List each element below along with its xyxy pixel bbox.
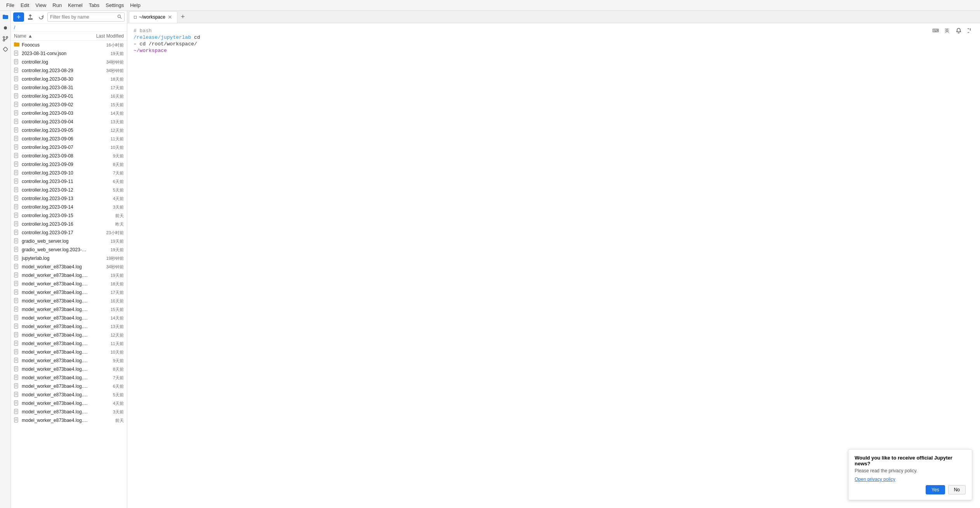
power-icon[interactable] (965, 26, 975, 36)
file-item[interactable]: model_worker_e873bae4.log.2023-09-15前天 (11, 416, 127, 425)
file-item[interactable]: model_worker_e873bae4.log.2023-09-089天前 (11, 356, 127, 365)
file-browser: + / (11, 11, 127, 508)
file-item[interactable]: controller.log.2023-09-134天前 (11, 194, 127, 203)
file-item[interactable]: gradio_web_server.log19天前 (11, 237, 127, 245)
terminal-tab-close[interactable]: ✕ (168, 14, 172, 20)
svg-rect-34 (14, 128, 18, 132)
file-item[interactable]: model_worker_e873bae4.log.2023-09-0611天前 (11, 339, 127, 348)
file-item[interactable]: controller.log.2023-09-1723小时前 (11, 228, 127, 237)
file-icon (14, 195, 20, 202)
file-item[interactable]: controller.log.2023-09-0116天前 (11, 92, 127, 100)
svg-rect-13 (14, 68, 18, 73)
main-layout: + / (0, 11, 980, 508)
file-item[interactable]: controller.log.2023-09-0512天前 (11, 126, 127, 135)
file-item[interactable]: model_worker_e873bae4.log.2023-09-134天前 (11, 399, 127, 408)
new-item-button[interactable]: + (13, 12, 24, 22)
menu-tabs[interactable]: Tabs (86, 2, 102, 9)
file-modified: 3天前 (89, 204, 124, 210)
notification-no-button[interactable]: No (948, 485, 966, 494)
file-item[interactable]: controller.log.2023-09-0710天前 (11, 143, 127, 152)
file-modified: 13天前 (89, 324, 124, 330)
file-item[interactable]: model_worker_e873bae4.log.2023-09-107天前 (11, 373, 127, 382)
refresh-button[interactable] (36, 12, 46, 22)
file-item[interactable]: model_worker_e873bae4.log.2023-09-143天前 (11, 408, 127, 416)
svg-rect-52 (14, 179, 18, 183)
file-item[interactable]: controller.log.2023-09-0611天前 (11, 135, 127, 143)
sidebar-icon-running[interactable] (1, 23, 10, 33)
file-item[interactable]: model_worker_e873bae4.log.2023-08-3018天前 (11, 280, 127, 288)
file-item[interactable]: Fooocus16小时前 (11, 41, 127, 49)
file-item[interactable]: jupyterlab.log19秒钟前 (11, 254, 127, 263)
file-item[interactable]: controller.log.2023-09-0314天前 (11, 109, 127, 117)
svg-rect-133 (14, 409, 18, 414)
file-item[interactable]: model_worker_e873bae4.log.2023-09-0215天前 (11, 305, 127, 314)
file-item[interactable]: 2023-08-31-conv.json19天前 (11, 49, 127, 58)
sidebar-icon-extensions[interactable] (1, 45, 10, 54)
file-item[interactable]: controller.log.2023-09-125天前 (11, 186, 127, 194)
header-name[interactable]: Name ▲ (14, 33, 89, 39)
new-tab-button[interactable]: + (178, 12, 187, 22)
file-name: controller.log.2023-09-05 (22, 128, 89, 133)
file-item[interactable]: gradio_web_server.log.2023-08-2919天前 (11, 245, 127, 254)
file-item[interactable]: controller.log34秒钟前 (11, 58, 127, 66)
svg-point-5 (118, 15, 121, 17)
header-modified[interactable]: Last Modified (89, 33, 124, 39)
menu-help[interactable]: Help (127, 2, 144, 9)
breadcrumb[interactable]: / (11, 24, 127, 32)
menu-kernel[interactable]: Kernel (65, 2, 86, 9)
sidebar-icon-folder[interactable] (1, 12, 10, 22)
file-modified: 18天前 (89, 281, 124, 287)
sidebar-icon-git[interactable] (1, 34, 10, 43)
file-item[interactable]: controller.log.2023-09-107天前 (11, 169, 127, 177)
filter-input[interactable] (50, 14, 116, 20)
file-item[interactable]: model_worker_e873bae4.log.2023-09-0512天前 (11, 331, 127, 339)
file-item[interactable]: controller.log.2023-09-116天前 (11, 177, 127, 186)
file-name: model_worker_e873bae4.log.2023-09-13 (22, 401, 89, 406)
file-item[interactable]: controller.log.2023-09-0215天前 (11, 100, 127, 109)
file-item[interactable]: controller.log.2023-09-098天前 (11, 160, 127, 169)
file-item[interactable]: model_worker_e873bae4.log.2023-09-0710天前 (11, 348, 127, 356)
file-item[interactable]: controller.log.2023-08-3018天前 (11, 75, 127, 83)
svg-rect-49 (14, 170, 18, 175)
notification-icon[interactable] (954, 26, 964, 36)
file-item[interactable]: model_worker_e873bae4.log.2023-09-125天前 (11, 391, 127, 399)
file-modified: 5天前 (89, 187, 124, 193)
file-modified: 19天前 (89, 51, 124, 57)
file-item[interactable]: controller.log.2023-09-15前天 (11, 211, 127, 220)
menu-settings[interactable]: Settings (102, 2, 127, 9)
file-icon (14, 187, 20, 193)
file-item[interactable]: model_worker_e873bae4.log.2023-09-0116天前 (11, 297, 127, 305)
file-modified: 12天前 (89, 332, 124, 338)
file-item[interactable]: model_worker_e873bae4.log34秒钟前 (11, 263, 127, 271)
file-icon (14, 50, 20, 57)
menu-file[interactable]: File (3, 2, 17, 9)
file-item[interactable]: model_worker_e873bae4.log.2023-09-098天前 (11, 365, 127, 373)
terminal-tab[interactable]: □ ~/workspace ✕ (129, 11, 177, 23)
file-modified: 5天前 (89, 392, 124, 398)
upload-button[interactable] (26, 12, 35, 22)
file-item[interactable]: controller.log.2023-09-089天前 (11, 152, 127, 160)
file-name: model_worker_e873bae4.log.2023-09-10 (22, 375, 89, 380)
file-icon (14, 59, 20, 65)
menu-edit[interactable]: Edit (17, 2, 32, 9)
file-item[interactable]: controller.log.2023-09-143天前 (11, 203, 127, 211)
file-item[interactable]: model_worker_e873bae4.log.2023-09-0314天前 (11, 314, 127, 322)
file-item[interactable]: model_worker_e873bae4.log.2023-09-0413天前 (11, 322, 127, 331)
language-icon[interactable]: 英 (942, 26, 952, 36)
file-item[interactable]: model_worker_e873bae4.log.2023-09-116天前 (11, 382, 127, 391)
terminal-line-3: - cd /root/workspace/ (134, 41, 974, 47)
terminal-content[interactable]: # bash /release/jupyterlab cd - cd /root… (127, 23, 980, 508)
file-item[interactable]: controller.log.2023-08-3117天前 (11, 83, 127, 92)
notification-link[interactable]: Open privacy policy (855, 477, 966, 482)
file-item[interactable]: model_worker_e873bae4.log.2023-08-2919天前 (11, 271, 127, 280)
keyboard-icon[interactable]: ⌨ (930, 26, 940, 36)
file-item[interactable]: model_worker_e873bae4.log.2023-08-3117天前 (11, 288, 127, 297)
menu-view[interactable]: View (32, 2, 49, 9)
file-modified: 17天前 (89, 290, 124, 295)
menu-run[interactable]: Run (49, 2, 65, 9)
file-item[interactable]: controller.log.2023-08-2934秒钟前 (11, 66, 127, 75)
file-item[interactable]: controller.log.2023-09-16昨天 (11, 220, 127, 228)
file-name: controller.log.2023-09-14 (22, 204, 89, 210)
file-item[interactable]: controller.log.2023-09-0413天前 (11, 117, 127, 126)
notification-yes-button[interactable]: Yes (926, 485, 945, 494)
